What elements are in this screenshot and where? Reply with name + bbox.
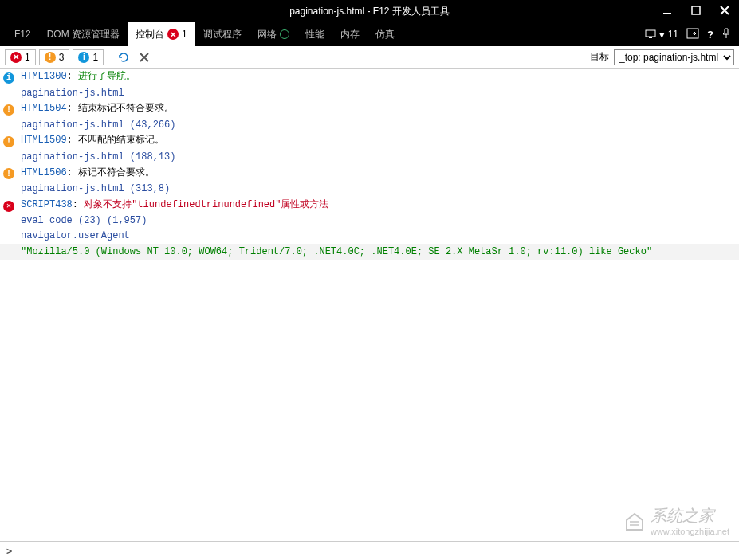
tab-emulation[interactable]: 仿真	[368, 22, 403, 46]
window-controls	[658, 0, 734, 22]
window-selector[interactable]: ▾ 11	[645, 29, 678, 41]
log-row: ✕SCRIPT438: 对象不支持"tiundefinedtrinundefin…	[0, 197, 739, 214]
svg-rect-2	[646, 30, 655, 37]
log-row: iHTML1300: 进行了导航。	[0, 69, 739, 86]
tabbar-left: F12 DOM 资源管理器 控制台 ✕ 1 调试程序 网络 性能 内存 仿真	[6, 22, 403, 46]
tab-f12[interactable]: F12	[6, 22, 39, 46]
warnings-filter-button[interactable]: ! 3	[39, 49, 70, 65]
svg-rect-1	[692, 6, 700, 14]
info-icon: i	[78, 52, 89, 63]
tab-debugger[interactable]: 调试程序	[195, 22, 250, 46]
warning-icon: !	[3, 104, 14, 116]
info-icon: i	[3, 72, 14, 84]
console-toolbar: ✕ 1 ! 3 i 1 目标 _top: pagination-js.html	[0, 46, 739, 69]
window-title: pagination-js.html - F12 开发人员工具	[289, 5, 450, 18]
devtools-window: pagination-js.html - F12 开发人员工具 F12 DOM …	[0, 0, 739, 560]
chevron-down-icon: ▾	[659, 29, 665, 41]
log-row: !HTML1504: 结束标记不符合要求。	[0, 100, 739, 118]
warning-icon: !	[3, 168, 14, 179]
clear-button[interactable]	[136, 49, 153, 66]
toolbar-right: 目标 _top: pagination-js.html	[590, 49, 734, 65]
log-source[interactable]: pagination-js.html (188,13)	[0, 150, 739, 165]
log-code: HTML1509	[21, 135, 67, 146]
svg-rect-3	[649, 37, 652, 38]
log-code: HTML1300	[21, 71, 67, 82]
log-code: HTML1504	[21, 103, 67, 114]
pin-button[interactable]	[721, 28, 731, 41]
target-label: 目标	[590, 50, 609, 64]
target-select[interactable]: _top: pagination-js.html	[614, 49, 734, 65]
tabbar-right: ▾ 11 ?	[645, 22, 739, 46]
error-icon: ✕	[3, 201, 14, 212]
refresh-button[interactable]	[115, 49, 132, 66]
info-filter-button[interactable]: i 1	[73, 49, 104, 65]
chevron-right-icon: >	[6, 546, 12, 557]
minimize-button[interactable]	[658, 3, 677, 19]
log-message: 不匹配的结束标记。	[78, 135, 164, 146]
screen-icon	[645, 29, 656, 40]
close-button[interactable]	[715, 3, 734, 19]
log-code: HTML1506	[21, 167, 67, 178]
console-output[interactable]: iHTML1300: 进行了导航。pagination-js.html!HTML…	[0, 69, 739, 541]
log-source[interactable]: pagination-js.html	[0, 86, 739, 101]
titlebar: pagination-js.html - F12 开发人员工具	[0, 0, 739, 22]
warning-icon: !	[3, 136, 14, 147]
console-input-bar: >	[0, 541, 739, 560]
log-message: 对象不支持"tiundefinedtrinundefined"属性或方法	[84, 199, 328, 210]
svg-rect-0	[663, 13, 671, 14]
log-code: SCRIPT438	[21, 199, 73, 210]
log-row: !HTML1509: 不匹配的结束标记。	[0, 132, 739, 150]
maximize-button[interactable]	[686, 3, 706, 19]
log-source[interactable]: pagination-js.html (43,266)	[0, 118, 739, 133]
log-row: !HTML1506: 标记不符合要求。	[0, 165, 739, 182]
tab-performance[interactable]: 性能	[297, 22, 332, 46]
log-message: 进行了导航。	[78, 71, 136, 82]
log-source[interactable]: eval code (23) (1,957)	[0, 213, 739, 229]
tab-memory[interactable]: 内存	[332, 22, 368, 46]
console-input[interactable]	[17, 546, 733, 557]
record-icon	[280, 29, 289, 39]
log-message: 标记不符合要求。	[78, 167, 155, 178]
error-icon: ✕	[10, 52, 22, 63]
error-icon: ✕	[167, 29, 179, 40]
tab-network[interactable]: 网络	[250, 22, 297, 46]
warning-icon: !	[45, 52, 56, 63]
errors-filter-button[interactable]: ✕ 1	[5, 49, 36, 65]
tab-console[interactable]: 控制台 ✕ 1	[128, 22, 195, 46]
eval-input-echo: navigator.userAgent	[0, 229, 739, 244]
log-source[interactable]: pagination-js.html (313,8)	[0, 182, 739, 197]
tab-dom-explorer[interactable]: DOM 资源管理器	[39, 22, 128, 46]
dock-button[interactable]	[686, 28, 699, 41]
eval-output-row: "Mozilla/5.0 (Windows NT 10.0; WOW64; Tr…	[0, 244, 739, 260]
log-message: 结束标记不符合要求。	[78, 103, 174, 114]
tabbar: F12 DOM 资源管理器 控制台 ✕ 1 调试程序 网络 性能 内存 仿真 ▾…	[0, 22, 739, 46]
help-button[interactable]: ?	[707, 29, 713, 41]
